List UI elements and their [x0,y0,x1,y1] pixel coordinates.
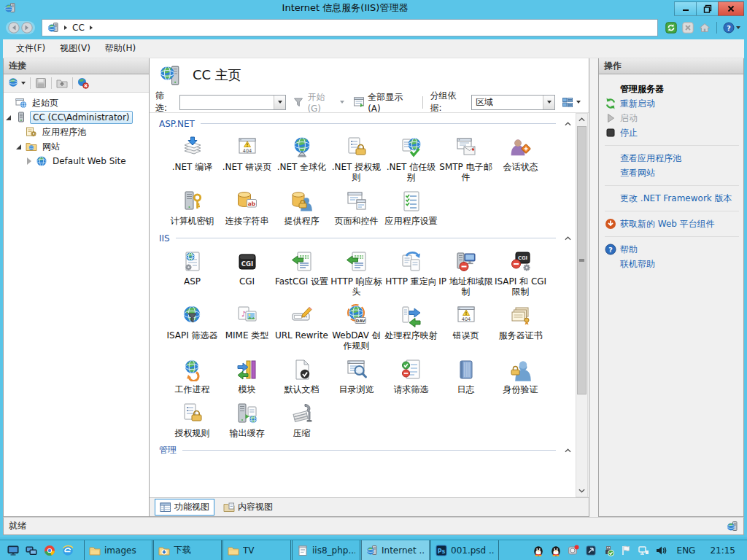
forward-button[interactable] [21,22,33,34]
feature-item[interactable]: 应用程序设置 [384,190,438,226]
feature-item[interactable]: 请求筛选 [384,358,438,394]
tree-item-1[interactable]: CC (CC\Administrator) [4,110,149,125]
bread-arrow-icon[interactable] [90,26,93,30]
taskbar-button-4[interactable]: Internet ... [361,540,430,560]
feature-item[interactable]: 404.NET 错误页 [220,136,274,182]
show-all-button[interactable]: 全部显示(A) [351,90,416,115]
feature-item[interactable]: .NET 全球化 [274,136,329,182]
feature-item[interactable]: 输出缓存 [220,402,274,438]
launch-ie-button[interactable] [62,545,74,556]
breadcrumb-node[interactable]: CC [72,23,85,33]
feature-item[interactable]: 提供程序 [274,190,329,226]
taskbar-button-5[interactable]: Ps001.psd ... [430,540,499,560]
feature-item[interactable]: CGICGI [220,250,274,297]
feature-item[interactable]: 授权规则 [165,402,220,438]
action-link[interactable]: 联机帮助 [605,257,739,271]
language-indicator[interactable]: ENG [673,545,700,556]
tree-item-0[interactable]: 起始页 [4,96,149,110]
taskbar-button-1[interactable]: 下载 [153,540,222,560]
tree-expander[interactable] [15,143,23,150]
view-mode-button[interactable] [560,95,583,109]
tree-expander[interactable] [26,158,33,165]
tray-qq-icon[interactable] [550,545,562,556]
feature-item[interactable]: 工作进程 [165,358,220,394]
feature-item[interactable]: HTTP 重定向 [384,250,438,297]
action-link[interactable]: ?帮助 [605,242,739,257]
tray-volume-icon[interactable] [655,545,667,556]
launch-chrome-button[interactable] [44,545,55,556]
taskbar-button-2[interactable]: TV [222,540,291,560]
tray-usb-icon[interactable] [603,545,614,556]
tray-capture-icon[interactable] [568,545,579,556]
collapse-section-button[interactable] [562,446,573,456]
tab-content-view[interactable]: 内容视图 [218,499,278,516]
feature-item[interactable]: ♪MIME 类型 [220,304,274,351]
feature-item[interactable]: ab连接字符串 [220,190,274,226]
feature-item[interactable]: .NET 信任级别 [384,136,438,182]
action-link[interactable]: 获取新的 Web 平台组件 [605,217,739,231]
group-by-select[interactable]: 区域 [471,95,555,110]
tree-item-3[interactable]: 网站 [4,139,149,154]
create-connection-button[interactable] [7,77,26,90]
vertical-scrollbar[interactable] [576,113,588,497]
tree-expander[interactable] [5,114,12,121]
feature-item[interactable]: FastCGI 设置 [274,250,329,297]
tray-viewer-icon[interactable] [585,545,597,556]
menu-item-2[interactable]: 帮助(H) [98,39,143,58]
breadcrumb[interactable]: CC [42,19,658,36]
feature-item[interactable]: SMTP 电子邮件 [438,136,493,182]
collapse-section-button[interactable] [562,233,573,244]
feature-item[interactable]: 计算机密钥 [165,190,220,226]
taskbar-button-0[interactable]: images [84,540,152,560]
stop-button[interactable] [681,21,694,34]
feature-item[interactable]: HTTP 响应标头 [329,250,384,297]
collapse-section-button[interactable] [562,119,573,129]
feature-item[interactable]: ASP [165,250,220,297]
feature-item[interactable]: 压缩 [274,402,329,438]
help-button[interactable]: ? [722,21,741,34]
feature-item[interactable]: 404错误页 [438,304,493,351]
menu-item-0[interactable]: 文件(F) [9,39,53,58]
close-button[interactable] [718,1,744,16]
filter-input[interactable] [179,95,286,110]
action-link[interactable]: 停止 [605,125,739,140]
scrollbar-thumb[interactable] [577,126,587,394]
feature-item[interactable]: 身份验证 [493,358,548,394]
action-link[interactable]: 更改 .NET Framework 版本 [605,191,739,206]
action-link[interactable]: 查看应用程序池 [605,151,739,166]
tab-features-view[interactable]: 功能视图 [155,499,214,516]
restore-button[interactable] [696,1,718,16]
scroll-down-button[interactable] [576,485,587,497]
refresh-button[interactable] [665,21,678,34]
feature-item[interactable]: 页面和控件 [329,190,384,226]
feature-item[interactable]: .NET 编译 [165,136,220,182]
feature-item[interactable]: URL Rewrite [274,304,329,351]
minimize-button[interactable] [674,1,696,16]
feature-item[interactable]: 服务器证书 [493,304,548,351]
feature-item[interactable]: .NET 授权规则 [329,136,384,182]
feature-item[interactable]: IP 地址和域限制 [438,250,493,297]
home-button[interactable] [698,21,711,34]
taskbar-button-3[interactable]: iis8_php... [292,540,360,560]
feature-item[interactable]: ISAPI 筛选器 [165,304,220,351]
tray-network-icon[interactable] [638,545,649,556]
up-button[interactable] [55,77,69,90]
tray-qq-icon[interactable] [533,545,544,556]
filter-go-button[interactable]: 开始(G) [290,90,347,115]
back-button[interactable] [8,22,20,34]
feature-item[interactable]: 默认文档 [274,358,329,394]
launch-monitor-button[interactable] [7,545,19,556]
action-link[interactable]: 重新启动 [605,96,739,111]
scroll-up-button[interactable] [576,114,587,125]
feature-item[interactable]: CGIISAPI 和 CGI 限制 [493,250,548,297]
disconnect-button[interactable] [77,77,90,90]
tray-flag-icon[interactable] [620,545,632,556]
tree-item-2[interactable]: 应用程序池 [4,125,149,139]
feature-item[interactable]: 目录浏览 [329,358,384,394]
feature-item[interactable]: DAVWebDAV 创作规则 [329,304,384,351]
feature-item[interactable]: 日志 [438,358,493,394]
clock[interactable]: 21:15 [705,545,740,556]
launch-pc-network-button[interactable] [26,545,37,556]
feature-item[interactable]: 处理程序映射 [384,304,438,351]
tree-item-4[interactable]: Default Web Site [4,154,149,168]
